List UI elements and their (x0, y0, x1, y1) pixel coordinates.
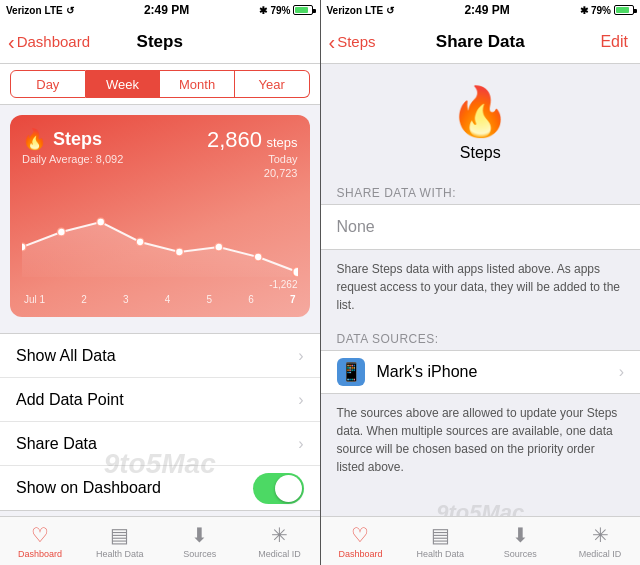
status-right-right: ✱ 79% (580, 5, 634, 16)
status-right-left: ✱ 79% (259, 5, 313, 16)
network-left: LTE (45, 5, 63, 16)
tab-medical-left[interactable]: ✳ Medical ID (240, 517, 320, 565)
dashboard-toggle[interactable] (253, 473, 304, 504)
dashboard-tab-label-left: Dashboard (18, 549, 62, 559)
medical-tab-label-left: Medical ID (258, 549, 301, 559)
flame-label: Steps (460, 144, 501, 162)
seg-week[interactable]: Week (86, 70, 161, 98)
svg-point-6 (215, 243, 223, 251)
tab-dashboard-right[interactable]: ♡ Dashboard (321, 517, 401, 565)
x-label-3: 4 (165, 294, 171, 305)
tab-health-right[interactable]: ▤ Health Data (400, 517, 480, 565)
chart-x-labels: Jul 1 2 3 4 5 6 7 (22, 294, 298, 305)
source-label: Mark's iPhone (377, 363, 607, 381)
chevron-source: › (619, 363, 624, 381)
flame-section: 🔥 Steps (321, 64, 641, 178)
tab-sources-left[interactable]: ⬇ Sources (160, 517, 240, 565)
medical-tab-icon-left: ✳ (271, 523, 288, 547)
share-data-label: Share Data (16, 435, 97, 453)
dashboard-tab-icon-right: ♡ (351, 523, 369, 547)
battery-icon-left (293, 5, 313, 15)
svg-point-2 (57, 228, 65, 236)
x-label-1: 2 (81, 294, 87, 305)
tab-medical-right[interactable]: ✳ Medical ID (560, 517, 640, 565)
carrier-left: Verizon (6, 5, 42, 16)
carrier-right: Verizon (327, 5, 363, 16)
list-item-show-dashboard[interactable]: Show on Dashboard (0, 466, 320, 510)
chevron-show-all: › (298, 347, 303, 365)
chart-area (22, 187, 298, 277)
chart-min: -1,262 (22, 279, 298, 290)
status-left: Verizon LTE ↺ (6, 5, 74, 16)
time-left: 2:49 PM (144, 3, 189, 17)
steps-date: Today (207, 153, 298, 165)
tab-bar-left: ♡ Dashboard ▤ Health Data ⬇ Sources ✳ Me… (0, 516, 320, 565)
steps-unit: steps (266, 135, 297, 150)
left-phone: Verizon LTE ↺ 2:49 PM ✱ 79% ‹ Dashboard … (0, 0, 320, 565)
sources-section-header: Data Sources: (321, 324, 641, 350)
bluetooth-icon-right: ✱ (580, 5, 588, 16)
x-label-2: 3 (123, 294, 129, 305)
battery-pct-left: 79% (270, 5, 290, 16)
x-label-5: 6 (248, 294, 254, 305)
list-item-add-data[interactable]: Add Data Point › (0, 378, 320, 422)
health-tab-icon-right: ▤ (431, 523, 450, 547)
signal-icon: ↺ (66, 5, 74, 16)
list-item-share-data[interactable]: Share Data › (0, 422, 320, 466)
x-label-4: 5 (206, 294, 212, 305)
health-tab-label-right: Health Data (417, 549, 465, 559)
show-all-label: Show All Data (16, 347, 116, 365)
medical-tab-label-right: Medical ID (579, 549, 622, 559)
seg-year[interactable]: Year (235, 70, 310, 98)
nav-title-left: Steps (137, 32, 183, 52)
share-content: 🔥 Steps Share Data With: None Share Step… (321, 64, 641, 516)
bottom-note: The sources above are allowed to update … (321, 394, 641, 492)
flame-icon-big: 🔥 (450, 88, 510, 136)
steps-card: 🔥 Steps Daily Average: 8,092 2,860 steps… (10, 115, 310, 317)
health-tab-icon-left: ▤ (110, 523, 129, 547)
time-right: 2:49 PM (464, 3, 509, 17)
steps-number: 2,860 (207, 127, 262, 152)
back-arrow-right: ‹ (329, 32, 336, 52)
dashboard-tab-icon-left: ♡ (31, 523, 49, 547)
back-label-right: Steps (337, 33, 375, 50)
sources-tab-icon-right: ⬇ (512, 523, 529, 547)
edit-button[interactable]: Edit (600, 33, 628, 51)
battery-icon-right (614, 5, 634, 15)
sources-tab-icon-left: ⬇ (191, 523, 208, 547)
steps-max: 20,723 (207, 167, 298, 179)
x-label-0: Jul 1 (24, 294, 45, 305)
nav-bar-right: ‹ Steps Share Data Edit (321, 20, 641, 64)
tab-bar-right: ♡ Dashboard ▤ Health Data ⬇ Sources ✳ Me… (321, 516, 641, 565)
share-none-row: None (321, 205, 641, 249)
steps-avg: Daily Average: 8,092 (22, 153, 123, 165)
tab-sources-right[interactable]: ⬇ Sources (480, 517, 560, 565)
svg-point-5 (175, 248, 183, 256)
svg-point-3 (97, 218, 105, 226)
chevron-add-data: › (298, 391, 303, 409)
show-dashboard-label: Show on Dashboard (16, 479, 161, 497)
flame-icon-card: 🔥 (22, 127, 47, 151)
right-phone: Verizon LTE ↺ 2:49 PM ✱ 79% ‹ Steps Shar… (321, 0, 641, 565)
nav-title-right: Share Data (436, 32, 525, 52)
tab-health-left[interactable]: ▤ Health Data (80, 517, 160, 565)
seg-month[interactable]: Month (160, 70, 235, 98)
share-white-box: None (321, 204, 641, 250)
sources-tab-label-left: Sources (183, 549, 216, 559)
share-info-text: Share Steps data with apps listed above.… (321, 250, 641, 324)
nav-back-left[interactable]: ‹ Dashboard (8, 32, 90, 52)
add-data-label: Add Data Point (16, 391, 124, 409)
svg-point-4 (136, 238, 144, 246)
nav-back-right[interactable]: ‹ Steps (329, 32, 376, 52)
list-item-show-all[interactable]: Show All Data › (0, 334, 320, 378)
x-label-6: 7 (290, 294, 296, 305)
steps-title: Steps (53, 129, 102, 150)
steps-chart (22, 187, 298, 277)
tab-dashboard-left[interactable]: ♡ Dashboard (0, 517, 80, 565)
signal-icon-right: ↺ (386, 5, 394, 16)
dashboard-tab-label-right: Dashboard (338, 549, 382, 559)
data-source-row[interactable]: 📱 Mark's iPhone › (321, 350, 641, 394)
status-bar-left: Verizon LTE ↺ 2:49 PM ✱ 79% (0, 0, 320, 20)
network-right: LTE (365, 5, 383, 16)
seg-day[interactable]: Day (10, 70, 86, 98)
